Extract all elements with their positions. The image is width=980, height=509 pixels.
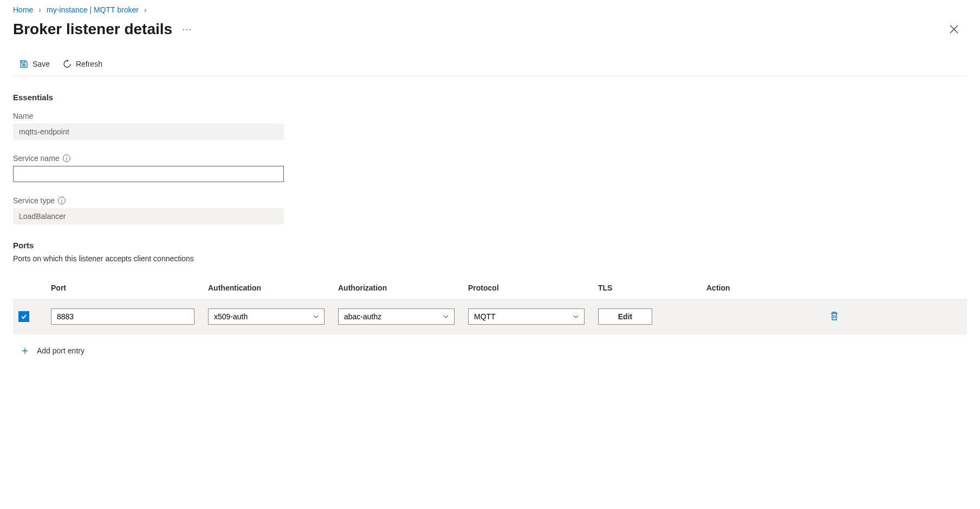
more-icon[interactable]: ··· [182,24,192,35]
ports-table-header: Port Authentication Authorization Protoc… [13,279,967,299]
refresh-label: Refresh [76,60,102,68]
delete-row-button[interactable] [830,311,839,321]
tls-edit-button[interactable]: Edit [598,308,652,325]
save-icon [20,60,28,68]
plus-icon: ＋ [20,343,30,358]
authorization-select[interactable] [338,308,455,325]
service-type-field [13,208,284,224]
breadcrumb-instance[interactable]: my-instance | MQTT broker [47,5,139,14]
breadcrumb-home[interactable]: Home [13,5,33,14]
col-port: Port [51,284,208,292]
chevron-right-icon: › [38,5,41,14]
ports-description: Ports on which this listener accepts cli… [13,254,967,263]
name-label: Name [13,112,967,120]
trash-icon [830,311,839,321]
protocol-select[interactable] [468,308,585,325]
info-icon[interactable]: i [63,154,70,162]
col-authz: Authorization [338,284,468,292]
save-label: Save [33,60,50,68]
breadcrumb: Home › my-instance | MQTT broker › [13,0,967,18]
save-button[interactable]: Save [20,60,50,68]
page-title: Broker listener details [13,21,172,38]
col-auth: Authentication [208,284,338,292]
service-name-label: Service name [13,154,60,163]
close-button[interactable] [945,23,963,36]
col-tls: TLS [598,284,706,292]
name-field [13,124,284,140]
service-name-field[interactable] [13,166,284,182]
check-icon [21,313,27,320]
row-checkbox[interactable] [18,311,29,322]
close-icon [950,25,958,34]
service-type-label: Service type [13,196,55,205]
essentials-heading: Essentials [13,93,967,102]
authentication-select[interactable] [208,308,324,325]
add-port-entry-button[interactable]: ＋ Add port entry [13,343,967,358]
col-protocol: Protocol [468,284,598,292]
col-action: Action [706,284,962,292]
refresh-button[interactable]: Refresh [63,60,102,68]
command-bar: Save Refresh [13,60,967,76]
refresh-icon [63,60,72,68]
ports-heading: Ports [13,241,967,250]
port-input[interactable] [51,308,194,325]
chevron-right-icon: › [144,5,147,14]
info-icon[interactable]: i [58,197,66,204]
add-port-label: Add port entry [37,346,85,355]
table-row: Edit [13,299,967,334]
